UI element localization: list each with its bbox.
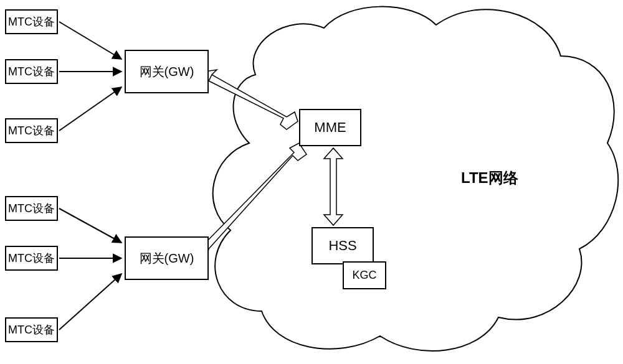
mtc-device-6: MTC设备 bbox=[5, 317, 58, 342]
svg-marker-2 bbox=[204, 143, 307, 249]
mtc-device-2: MTC设备 bbox=[5, 59, 58, 84]
svg-marker-4 bbox=[324, 148, 343, 225]
mme-label: MME bbox=[314, 119, 346, 136]
hss-node: HSS bbox=[312, 227, 374, 264]
mme-node: MME bbox=[299, 109, 361, 146]
mtc-label: MTC设备 bbox=[8, 251, 55, 266]
mtc-label: MTC设备 bbox=[8, 201, 55, 216]
arrow-mtc6-gw2 bbox=[59, 274, 121, 330]
mtc-label: MTC设备 bbox=[8, 322, 55, 337]
mtc-device-4: MTC设备 bbox=[5, 196, 58, 221]
mtc-device-5: MTC设备 bbox=[5, 246, 58, 271]
mtc-device-3: MTC设备 bbox=[5, 118, 58, 143]
arrow-mtc1-gw1 bbox=[59, 22, 121, 59]
kgc-node: KGC bbox=[343, 261, 386, 289]
arrow-mtc3-gw1 bbox=[59, 87, 121, 131]
arrow-gw2-mme bbox=[196, 143, 307, 258]
mtc-device-1: MTC设备 bbox=[5, 9, 58, 34]
arrow-gw1-mme bbox=[199, 70, 298, 129]
gw-label: 网关(GW) bbox=[140, 63, 194, 80]
lte-network-label: LTE网络 bbox=[461, 168, 518, 188]
kgc-label: KGC bbox=[352, 269, 376, 282]
cloud-shape bbox=[213, 7, 619, 351]
gw-label: 网关(GW) bbox=[140, 250, 194, 267]
arrow-mtc4-gw2 bbox=[59, 208, 121, 243]
gateway-2: 网关(GW) bbox=[125, 236, 209, 280]
gateway-1: 网关(GW) bbox=[125, 50, 209, 93]
svg-marker-0 bbox=[209, 75, 298, 129]
mtc-label: MTC设备 bbox=[8, 123, 55, 138]
mtc-label: MTC设备 bbox=[8, 14, 55, 29]
mtc-label: MTC设备 bbox=[8, 64, 55, 79]
hss-label: HSS bbox=[328, 238, 356, 254]
arrow-mme-hss bbox=[324, 148, 343, 225]
